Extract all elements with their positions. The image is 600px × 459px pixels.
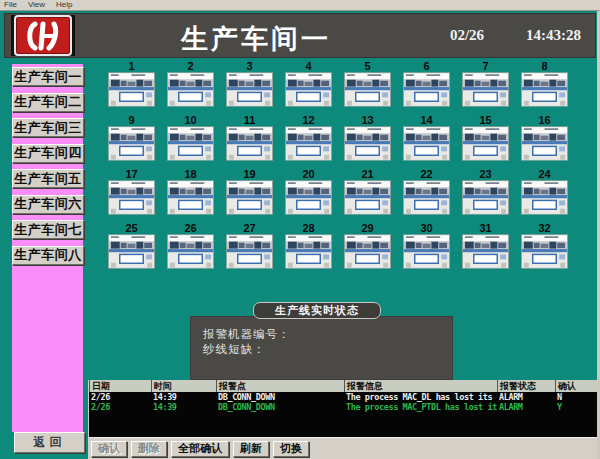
logo-frame [11, 15, 75, 56]
alarm-column-header: 报警状态 [497, 380, 555, 392]
sidebar-workshop-button[interactable]: 生产车间六 [12, 195, 84, 214]
machine-cell[interactable]: 22 [403, 169, 450, 215]
machine-cell[interactable]: 18 [167, 169, 214, 215]
machine-cell[interactable]: 23 [462, 169, 509, 215]
knitting-machine-icon [521, 72, 568, 107]
machine-cell[interactable]: 5 [344, 61, 391, 107]
machine-cell[interactable]: 7 [462, 61, 509, 107]
knitting-machine-icon [521, 126, 568, 161]
machine-cell[interactable]: 17 [108, 169, 155, 215]
sidebar-workshop-button[interactable]: 生产车间四 [12, 144, 84, 163]
machine-number: 13 [361, 115, 373, 126]
brand-logo-icon [14, 15, 72, 56]
toolbar-button[interactable]: 确认 [91, 441, 127, 457]
alarm-status: ALARM [497, 402, 555, 412]
machine-number: 29 [361, 223, 373, 234]
machine-cell[interactable]: 19 [226, 169, 273, 215]
knitting-machine-icon [226, 72, 273, 107]
knitting-machine-icon [167, 72, 214, 107]
machine-cell[interactable]: 30 [403, 223, 450, 269]
machine-number: 10 [184, 115, 196, 126]
machine-cell[interactable]: 24 [521, 169, 568, 215]
machine-number: 21 [361, 169, 373, 180]
knitting-machine-icon [226, 180, 273, 215]
back-button[interactable]: 返回 [14, 432, 85, 453]
machine-cell[interactable]: 27 [226, 223, 273, 269]
machine-cell[interactable]: 26 [167, 223, 214, 269]
knitting-machine-icon [285, 234, 332, 269]
machine-number: 22 [420, 169, 432, 180]
alarm-date: 2/26 [89, 392, 151, 402]
knitting-machine-icon [167, 234, 214, 269]
alarm-table-header: 日期时间报警点报警信息报警状态确认 [89, 380, 597, 392]
machine-cell[interactable]: 9 [108, 115, 155, 161]
alarm-point: DB_CONN_DOWN [216, 392, 344, 402]
sidebar-workshop-button[interactable]: 生产车间七 [12, 220, 84, 239]
knitting-machine-icon [344, 126, 391, 161]
knitting-machine-icon [226, 234, 273, 269]
machine-cell[interactable]: 13 [344, 115, 391, 161]
header-clock: 14:43:28 [503, 27, 581, 44]
status-panel: 报警机器编号： 纱线短缺： [190, 316, 453, 380]
toolbar-button[interactable]: 全部确认 [171, 441, 229, 457]
alarm-row[interactable]: 2/26 14:39 DB_CONN_DOWN The process MAC_… [89, 392, 597, 402]
alarm-column-header: 报警信息 [344, 380, 497, 392]
knitting-machine-icon [167, 126, 214, 161]
menu-bar: FileViewHelp [0, 0, 600, 11]
machine-number: 1 [128, 61, 134, 72]
machine-cell[interactable]: 29 [344, 223, 391, 269]
alarm-column-header: 确认 [555, 380, 598, 392]
toolbar-button[interactable]: 切换 [273, 441, 309, 457]
machine-cell[interactable]: 28 [285, 223, 332, 269]
machine-cell[interactable]: 25 [108, 223, 155, 269]
alarm-table[interactable]: 日期时间报警点报警信息报警状态确认 2/26 14:39 DB_CONN_DOW… [88, 380, 597, 437]
machine-cell[interactable]: 2 [167, 61, 214, 107]
machine-cell[interactable]: 11 [226, 115, 273, 161]
machine-cell[interactable]: 32 [521, 223, 568, 269]
knitting-machine-icon [108, 234, 155, 269]
sidebar-workshop-button[interactable]: 生产车间三 [12, 118, 84, 137]
toolbar-button[interactable]: 刷新 [233, 441, 269, 457]
knitting-machine-icon [521, 180, 568, 215]
machine-cell[interactable]: 3 [226, 61, 273, 107]
machine-number: 15 [479, 115, 491, 126]
machine-cell[interactable]: 14 [403, 115, 450, 161]
knitting-machine-icon [462, 234, 509, 269]
knitting-machine-icon [285, 126, 332, 161]
machine-cell[interactable]: 10 [167, 115, 214, 161]
machine-cell[interactable]: 1 [108, 61, 155, 107]
knitting-machine-icon [403, 72, 450, 107]
machine-number: 27 [243, 223, 255, 234]
machine-number: 12 [302, 115, 314, 126]
machine-cell[interactable]: 12 [285, 115, 332, 161]
machine-number: 6 [423, 61, 429, 72]
status-panel-title: 生产线实时状态 [253, 302, 381, 319]
menu-item[interactable]: File [4, 0, 17, 10]
menu-item[interactable]: Help [56, 0, 72, 10]
menu-item[interactable]: View [28, 0, 45, 10]
machine-cell[interactable]: 6 [403, 61, 450, 107]
alarm-column-header: 报警点 [216, 380, 344, 392]
sidebar-workshop-button[interactable]: 生产车间一 [12, 67, 84, 86]
alarm-toolbar: 确认 删除 全部确认 刷新 切换 [88, 437, 600, 459]
knitting-machine-icon [403, 234, 450, 269]
alarm-point: DB_CONN_DOWN [216, 402, 344, 412]
knitting-machine-icon [403, 126, 450, 161]
alarm-row[interactable]: 2/26 14:39 DB_CONN_DOWN The process MAC_… [89, 402, 597, 412]
machine-cell[interactable]: 21 [344, 169, 391, 215]
sidebar-workshop-button[interactable]: 生产车间八 [12, 246, 84, 265]
machine-cell[interactable]: 4 [285, 61, 332, 107]
sidebar-workshop-button[interactable]: 生产车间五 [12, 169, 84, 188]
machine-number: 3 [246, 61, 252, 72]
machine-cell[interactable]: 15 [462, 115, 509, 161]
toolbar-button[interactable]: 删除 [131, 441, 167, 457]
machine-number: 23 [479, 169, 491, 180]
sidebar-workshop-button[interactable]: 生产车间二 [12, 93, 84, 112]
machine-cell[interactable]: 16 [521, 115, 568, 161]
status-line: 纱线短缺： [203, 342, 452, 357]
knitting-machine-icon [344, 72, 391, 107]
machine-cell[interactable]: 8 [521, 61, 568, 107]
machine-cell[interactable]: 20 [285, 169, 332, 215]
knitting-machine-icon [344, 234, 391, 269]
machine-cell[interactable]: 31 [462, 223, 509, 269]
